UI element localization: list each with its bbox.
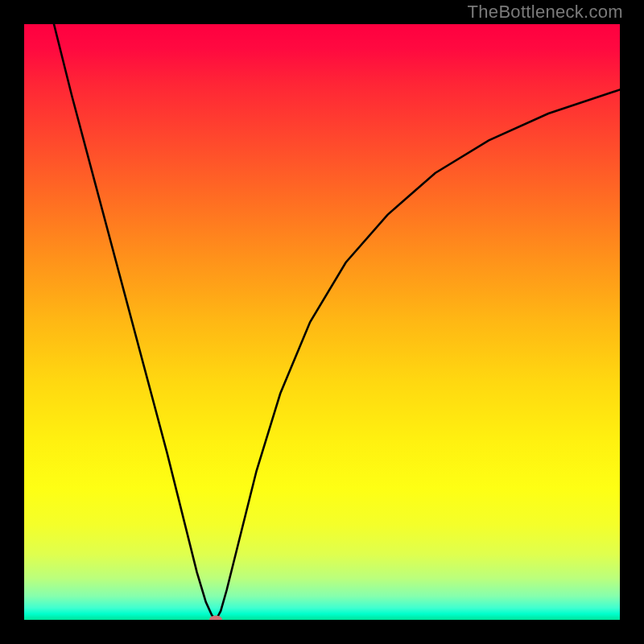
curve-layer: [24, 24, 620, 620]
bottleneck-curve: [54, 24, 620, 620]
plot-area: [24, 24, 620, 620]
optimum-marker: [209, 616, 222, 621]
watermark-text: TheBottleneck.com: [468, 2, 623, 23]
chart-frame: TheBottleneck.com: [0, 0, 644, 644]
